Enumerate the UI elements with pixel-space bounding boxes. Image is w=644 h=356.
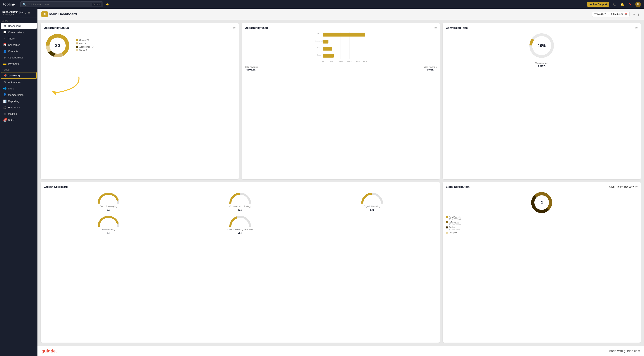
notification-bell[interactable]: 🔔 <box>620 3 625 6</box>
notification-badge: 3 <box>4 118 7 121</box>
gauge-label: Communication Strategy <box>230 205 251 208</box>
conversion-content: 10% Won revenue $455K <box>446 32 638 67</box>
legend-label-abandoned: Abandoned - 3 <box>79 46 94 48</box>
gauge-svg-4: 0 10 <box>96 214 120 228</box>
user-avatar[interactable]: U <box>635 2 641 7</box>
total-revenue-label: Total revenue <box>245 66 258 68</box>
gauge-organic-marketing: 0 10 Organic Marketing 5.0 <box>307 191 436 212</box>
sidebar-item-opportunities[interactable]: ◈ Opportunities <box>1 55 37 60</box>
won-revenue-label: Won revenue <box>424 66 436 68</box>
card-header: Opportunity Value ⇄ <box>245 26 436 30</box>
conversations-icon: 💬 <box>3 31 6 34</box>
gauge-sales-tech-stack: 0 10 Sales & Marketing Tech Stack 4.0 <box>176 214 305 235</box>
won-revenue-value: $455K <box>535 64 548 67</box>
sidebar-item-scheduler[interactable]: 📅 Scheduler <box>1 42 37 48</box>
gauge-label: Brand & Messaging <box>100 205 117 208</box>
workspace-selector[interactable]: Dunder Mifflin [D... Scranton, PA ▾ ⊞ <box>0 9 38 18</box>
gauge-label: Paid Marketing <box>102 229 115 231</box>
sidebar-item-memberships[interactable]: 👤 Memberships <box>1 92 37 98</box>
sidebar-item-label: Automation <box>8 81 21 84</box>
stage-label-complete: Complete <box>449 231 458 234</box>
gauge-label: Sales & Marketing Tech Stack <box>227 229 254 231</box>
sidebar-item-label: Scheduler <box>8 44 20 46</box>
top-navigation: topline 🔍 Ctrl + K ⚡ topline Support 📞 🔔… <box>0 0 644 9</box>
sidebar-item-label: Memberships <box>8 93 24 96</box>
legend-item-open: Open - 20 <box>76 39 94 41</box>
filter-icon[interactable]: ⇄ <box>233 26 236 30</box>
bar-open <box>323 54 334 58</box>
edit-icon[interactable]: ✏ <box>633 13 635 16</box>
sidebar-item-sites[interactable]: 🌐 Sites <box>1 86 37 91</box>
sidebar-item-label: Conversations <box>8 31 24 34</box>
legend-label-lost: Lost - 4 <box>79 42 86 45</box>
svg-text:$0: $0 <box>322 60 324 62</box>
card-header: Opportunity Status ⇄ <box>44 26 236 30</box>
layout-icon[interactable]: ⊞ <box>28 12 30 15</box>
bar-won <box>323 33 365 37</box>
legend-color-lost <box>76 43 78 44</box>
main-content: ⊞ Main Dashboard 2024-01-01 → 2024-05-02… <box>38 9 644 356</box>
sidebar-item-label: Sites <box>8 87 14 90</box>
stage-card-header: Stage Distribution Client Project Tracke… <box>446 185 638 188</box>
filter-icon[interactable]: ⇄ <box>635 26 638 30</box>
dashboard-actions: ✏ ⋮ <box>633 13 640 16</box>
stage-label-new: New Project... $0 (0.00%) - 0 <box>449 216 462 220</box>
date-from: 2024-01-01 <box>594 13 606 16</box>
sidebar-item-payments[interactable]: 💳 Payments <box>1 61 37 67</box>
legend-color-open <box>76 39 78 41</box>
stage-color-inprogress <box>446 221 448 223</box>
stage-donut-container: 2 New Project... $0 (0.00%) - 0 <box>446 191 638 234</box>
sidebar-item-contacts[interactable]: 👤 Contacts <box>1 48 37 54</box>
sidebar-item-label: Tasks <box>8 37 14 40</box>
won-revenue: Won revenue $455K <box>424 66 436 71</box>
automation-icon: ⚙ <box>3 81 6 84</box>
sidebar-item-conversations[interactable]: 💬 Conversations <box>1 29 37 35</box>
lightning-icon[interactable]: ⚡ <box>106 3 110 6</box>
bar-abandoned <box>323 40 328 44</box>
svg-text:$500K: $500K <box>363 60 367 62</box>
sidebar-item-helpdesk[interactable]: 🎧 Help Desk <box>1 104 37 110</box>
gauge-svg-3: 0 10 <box>360 191 384 205</box>
help-icon[interactable]: ❓ <box>628 3 633 6</box>
phone-icon[interactable]: 📞 <box>612 3 617 6</box>
dashboard-icon-button[interactable]: ⊞ <box>42 11 48 17</box>
gauge-value: 9.0 <box>106 208 110 212</box>
search-bar[interactable]: 🔍 Ctrl + K <box>20 2 103 7</box>
search-icon: 🔍 <box>22 3 26 6</box>
filter-icon[interactable]: ⇄ <box>635 185 638 188</box>
stage-legend-item-complete: Complete <box>446 231 638 234</box>
sidebar-item-mailfold[interactable]: ✉ Mailfold <box>1 111 37 117</box>
conversion-percentage: 10% <box>538 44 546 48</box>
search-input[interactable] <box>28 3 90 6</box>
sidebar-item-butler[interactable]: 🤖 Butler 3 <box>1 117 37 123</box>
sidebar-item-reporting[interactable]: 📊 Reporting <box>1 98 37 104</box>
date-arrow: → <box>608 13 610 16</box>
total-revenue-value: $606.1K <box>246 68 256 71</box>
svg-text:Abandoned: Abandoned <box>315 40 323 42</box>
stage-selector[interactable]: Client Project Tracker ▾ <box>609 186 634 188</box>
more-options-icon[interactable]: ⋮ <box>637 13 640 16</box>
sidebar-item-marketing[interactable]: 📣 Marketing <box>1 72 37 79</box>
app-logo: topline <box>3 2 15 7</box>
date-range-picker[interactable]: 2024-01-01 → 2024-05-02 📅 <box>592 12 630 17</box>
card-title: Conversion Rate <box>446 26 468 30</box>
won-revenue-value: $455K <box>426 68 434 71</box>
scheduler-icon: 📅 <box>3 43 6 46</box>
stage-donut-chart: 2 <box>530 191 554 215</box>
mailfold-icon: ✉ <box>3 112 6 115</box>
card-header: Conversion Rate ⇄ <box>446 26 638 30</box>
sidebar-item-automation[interactable]: ⚙ Automation <box>1 79 37 85</box>
sites-icon: 🌐 <box>3 87 6 90</box>
status-legend: Open - 20 Lost - 4 Abandoned - 3 Wo <box>76 39 94 52</box>
support-button[interactable]: topline Support <box>587 2 609 7</box>
sidebar-item-tasks[interactable]: ✓ Tasks <box>1 36 37 42</box>
payments-icon: 💳 <box>3 62 6 65</box>
bar-chart: Won Abandoned Lost Open <box>245 32 436 63</box>
legend-label-open: Open - 20 <box>79 39 89 41</box>
filter-icon[interactable]: ⇄ <box>434 26 437 30</box>
sidebar-item-dashboard[interactable]: ▦ Dashboard <box>1 23 37 29</box>
donut-center-value: 30 <box>55 43 60 48</box>
svg-text:$400K: $400K <box>356 60 360 62</box>
guidde-tagline: Made with guidde.com <box>608 349 640 353</box>
legend-item-won: Won - 3 <box>76 49 94 51</box>
